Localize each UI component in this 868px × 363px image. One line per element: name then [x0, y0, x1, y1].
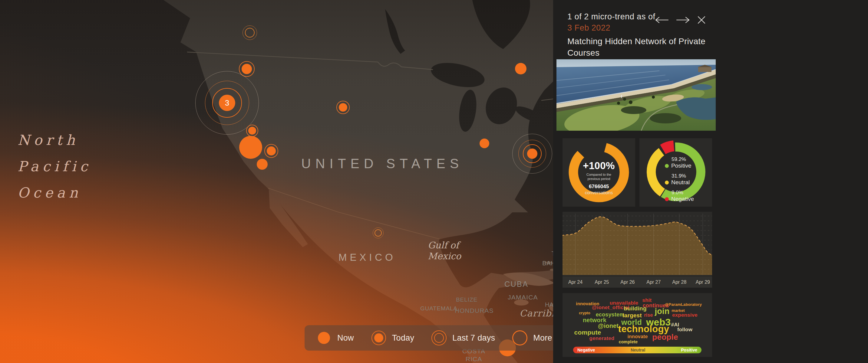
legend-item-now: Now	[315, 329, 354, 346]
cloud-word[interactable]: innovate	[627, 334, 648, 339]
legend-now-icon	[315, 329, 333, 346]
sentiment-pct: 31.9%	[672, 173, 694, 179]
sentiment-legend-row-neutral: 31.9%Neutral	[665, 173, 694, 186]
sentiment-label-text: Neutral	[671, 179, 690, 186]
x-tick-label: Apr 26	[620, 279, 634, 285]
micro-trend-panel: 1 of 2 micro-trend as of 3 Feb 2022 Matc…	[553, 0, 868, 363]
legend-last7-icon	[431, 329, 447, 346]
timeseries-card: Apr 24Apr 25Apr 26Apr 27Apr 28Apr 29	[562, 212, 712, 288]
next-trend-button[interactable]	[676, 16, 690, 24]
x-tick-label: Apr 28	[672, 279, 686, 285]
trend-date: 3 Feb 2022	[567, 23, 655, 33]
sentiment-dot-icon	[665, 197, 669, 201]
scale-positive-label: Positive	[681, 348, 697, 353]
legend-item-last7: Last 7 days	[431, 329, 495, 346]
trend-navigation	[655, 16, 706, 24]
cloud-word[interactable]: compute	[574, 329, 601, 336]
legend-today-icon	[370, 329, 387, 346]
x-tick-label: Apr 25	[595, 279, 609, 285]
trend-photo-golf-course	[556, 59, 716, 131]
cloud-word[interactable]: crypto	[579, 311, 590, 315]
cloud-word[interactable]: expensive	[672, 312, 698, 318]
timeseries-x-axis: Apr 24Apr 25Apr 26Apr 27Apr 28Apr 29	[562, 277, 712, 288]
sentiment-label-text: Positive	[671, 162, 691, 169]
sentiment-label: Neutral	[665, 179, 694, 186]
wordcloud-card: innovationunavailableshitcontinues@Param…	[562, 293, 712, 357]
cloud-word[interactable]: @ParamLaboratory	[665, 302, 702, 307]
timeseries-area-chart	[562, 212, 712, 277]
legend-older-icon	[512, 329, 528, 346]
x-tick-label: Apr 27	[646, 279, 661, 285]
legend-item-label: Now	[337, 333, 354, 343]
cloud-word[interactable]: generated	[589, 335, 615, 341]
volume-compare-note: Compared to the previous period	[562, 172, 635, 181]
scale-neutral-label: Neutral	[631, 348, 645, 353]
previous-trend-button[interactable]	[655, 16, 669, 24]
sentiment-dot-icon	[665, 164, 669, 168]
volume-donut-center: +100% Compared to the previous period 67…	[562, 138, 635, 195]
trend-counter: 1 of 2 micro-trend as of	[567, 12, 655, 22]
app-window: North Pacific Ocean UNITED STATES MEXICO…	[0, 0, 868, 363]
sentiment-donut-card: 59.2%Positive31.9%Neutral9.0%Negative	[640, 138, 712, 207]
sentiment-label: Negative	[665, 196, 694, 202]
legend-item-today: Today	[370, 329, 414, 346]
cloud-word[interactable]: building	[624, 305, 646, 312]
cloud-word[interactable]: complete	[619, 339, 638, 344]
time-legend: NowTodayLast 7 daysMore than 7 days ago	[305, 325, 563, 351]
sentiment-legend-row-positive: 59.2%Positive	[665, 156, 694, 169]
sentiment-scale-bar: Negative Neutral Positive	[573, 346, 702, 353]
volume-donut-card: +100% Compared to the previous period 67…	[562, 138, 635, 207]
sentiment-legend: 59.2%Positive31.9%Neutral9.0%Negative	[665, 156, 694, 206]
arrow-right-icon	[676, 16, 690, 24]
cloud-word[interactable]: join	[655, 307, 670, 316]
marker-count: 3	[225, 98, 229, 108]
legend-item-label: Today	[392, 333, 414, 343]
cloud-word[interactable]: people	[652, 332, 678, 342]
close-panel-button[interactable]	[697, 16, 706, 24]
sentiment-legend-row-negative: 9.0%Negative	[665, 190, 694, 202]
sentiment-label-text: Negative	[671, 196, 694, 202]
sentiment-pct: 9.0%	[672, 190, 694, 196]
conversation-count: 6766045	[562, 184, 635, 190]
close-icon	[697, 16, 706, 24]
scale-negative-label: Negative	[577, 348, 595, 353]
sentiment-pct: 59.2%	[672, 156, 694, 162]
sentiment-label: Positive	[665, 162, 694, 169]
volume-change: +100%	[562, 160, 635, 171]
x-tick-label: Apr 29	[696, 279, 710, 285]
cloud-word[interactable]: @ionet	[598, 323, 619, 329]
cloud-word[interactable]: follow	[677, 327, 692, 333]
trend-title: Matching Hidden Network of Private Cours…	[567, 36, 710, 59]
panel-header: 1 of 2 micro-trend as of 3 Feb 2022	[567, 12, 655, 33]
conversation-unit: conversations	[562, 190, 635, 195]
x-tick-label: Apr 24	[568, 279, 583, 285]
arrow-left-icon	[655, 16, 669, 24]
legend-item-label: Last 7 days	[452, 333, 495, 343]
sentiment-dot-icon	[665, 180, 669, 185]
